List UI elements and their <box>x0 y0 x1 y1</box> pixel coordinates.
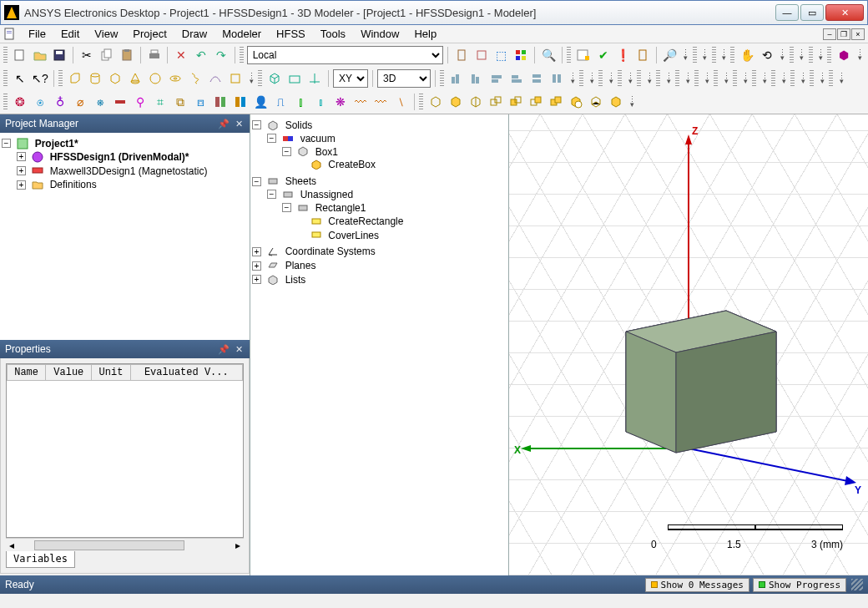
toolbar-grip[interactable] <box>752 70 756 87</box>
design-icon[interactable]: ⧈ <box>191 93 209 111</box>
toolbar-grip[interactable] <box>693 47 697 63</box>
design-icon[interactable]: ❂ <box>11 93 29 111</box>
design-icon[interactable]: ⌀ <box>71 93 89 111</box>
redo-icon[interactable]: ↷ <box>212 46 230 64</box>
menu-edit[interactable]: Edit <box>54 26 86 42</box>
toolbar-grip[interactable] <box>598 70 603 87</box>
overflow-icon[interactable]: ⋮▾ <box>798 73 808 84</box>
show-progress-button[interactable]: Show Progress <box>753 578 846 592</box>
menu-hfss[interactable]: HFSS <box>270 26 312 42</box>
copy-icon[interactable] <box>98 46 116 64</box>
open-icon[interactable] <box>31 46 49 64</box>
pan-icon[interactable]: ✋ <box>738 46 756 64</box>
tree-item-definitions[interactable]: + Definitions <box>17 177 248 191</box>
boolean-icon[interactable] <box>587 93 605 111</box>
overflow-icon[interactable]: ⋮▾ <box>625 73 635 84</box>
toolbar-grip[interactable] <box>827 47 831 63</box>
toolbar-grip[interactable] <box>579 70 583 87</box>
design-icon[interactable]: ⫿ <box>291 93 310 111</box>
align-icon[interactable] <box>447 69 466 88</box>
menu-project[interactable]: Project <box>126 26 173 42</box>
overflow-icon[interactable]: ⋮▾ <box>568 73 578 84</box>
tree-item-vacuum[interactable]: − vacuum − Box1 Creat <box>267 131 507 173</box>
close-panel-icon[interactable]: ✕ <box>233 343 245 355</box>
model-tree[interactable]: − Solids − vacuum − Box1 <box>250 114 509 575</box>
tree-item-hfss[interactable]: + HFSSDesign1 (DrivenModal)* <box>17 149 248 164</box>
tree-item-box1[interactable]: − Box1 CreateBox <box>282 144 507 173</box>
check-icon[interactable]: ✔ <box>594 46 613 64</box>
draw-helix-icon[interactable] <box>186 69 204 88</box>
tool-icon[interactable] <box>226 69 245 88</box>
toolbar-grip[interactable] <box>3 94 8 110</box>
boolean-unite-icon[interactable] <box>426 93 445 111</box>
boolean-intersect-icon[interactable] <box>467 93 485 111</box>
overflow-icon[interactable]: ⋮▾ <box>719 50 729 60</box>
collapse-icon[interactable]: − <box>282 147 291 156</box>
design-icon[interactable]: ❋ <box>331 93 350 111</box>
align-icon[interactable] <box>467 69 486 88</box>
properties-table[interactable]: Name Value Unit Evaluated V... <box>6 363 244 538</box>
menu-view[interactable]: View <box>88 26 124 42</box>
viewport-3d[interactable]: Z X Y 0 1.5 3 (mm) <box>509 114 868 575</box>
box-object[interactable] <box>626 311 776 453</box>
expand-icon[interactable]: + <box>17 180 26 190</box>
toolbar-grip[interactable] <box>440 70 444 87</box>
toolbar-grip[interactable] <box>618 70 622 87</box>
design-icon[interactable]: ⚲ <box>131 93 149 111</box>
tool-icon[interactable] <box>285 69 304 88</box>
tree-item-solids[interactable]: − Solids − vacuum − Box1 <box>252 118 507 174</box>
design-icon[interactable]: ⎈ <box>91 93 109 111</box>
overflow-icon[interactable]: ⋮▾ <box>702 73 712 84</box>
align-icon[interactable] <box>527 69 546 88</box>
tree-item-project[interactable]: − Project1* + HFSSDesign1 (DrivenModal)*… <box>2 136 248 192</box>
show-messages-button[interactable]: Show 0 Messages <box>645 578 749 592</box>
overflow-icon[interactable]: ⋮▾ <box>664 73 674 84</box>
menu-draw[interactable]: Draw <box>175 26 214 42</box>
overflow-icon[interactable]: ⋮▾ <box>817 73 827 84</box>
print-icon[interactable] <box>145 46 164 64</box>
overflow-icon[interactable]: ⋮▾ <box>760 73 770 84</box>
design-icon[interactable]: 〰 <box>351 93 370 111</box>
menu-help[interactable]: Help <box>407 26 443 42</box>
toolbar-grip[interactable] <box>771 70 775 87</box>
toolbar-grip[interactable] <box>567 47 571 63</box>
scroll-left-icon[interactable]: ◂ <box>6 540 18 551</box>
overflow-icon[interactable]: ⋮▾ <box>855 50 865 60</box>
close-panel-icon[interactable]: ✕ <box>233 118 245 129</box>
minimize-button[interactable]: — <box>775 4 799 21</box>
maximize-button[interactable]: ▭ <box>800 4 824 21</box>
boolean-icon[interactable] <box>507 93 525 111</box>
draw-cone-icon[interactable] <box>126 69 144 88</box>
tree-item-coordsys[interactable]: + Coordinate Systems <box>252 244 507 258</box>
toolbar-grip[interactable] <box>3 70 8 87</box>
toolbar-grip[interactable] <box>829 70 833 87</box>
mdi-minimize-button[interactable]: – <box>823 28 836 40</box>
boolean-icon[interactable] <box>547 93 565 111</box>
toolbar-grip[interactable] <box>675 70 679 87</box>
design-icon[interactable] <box>111 93 129 111</box>
coord-system-dropdown[interactable]: Local <box>247 46 443 64</box>
boolean-icon[interactable] <box>527 93 545 111</box>
tool-icon[interactable] <box>472 46 491 64</box>
design-icon[interactable]: 👤 <box>251 93 270 111</box>
overflow-icon[interactable]: ⋮▾ <box>797 50 807 60</box>
menu-modeler[interactable]: Modeler <box>215 26 268 42</box>
scroll-right-icon[interactable]: ▸ <box>232 540 244 551</box>
zoom-icon[interactable]: 🔎 <box>661 46 679 64</box>
validate-icon[interactable] <box>574 46 593 64</box>
design-icon[interactable]: ⫾ <box>311 93 330 111</box>
tree-item-lists[interactable]: + Lists <box>252 272 507 286</box>
tree-item-planes[interactable]: + Planes <box>252 258 507 272</box>
design-icon[interactable]: ⍟ <box>31 93 49 111</box>
new-icon[interactable] <box>11 46 29 64</box>
menu-file[interactable]: File <box>22 26 53 42</box>
collapse-icon[interactable]: − <box>2 139 11 148</box>
design-icon[interactable] <box>231 93 250 111</box>
col-evaluated[interactable]: Evaluated V... <box>130 365 242 381</box>
draw-torus-icon[interactable] <box>166 69 184 88</box>
close-button[interactable]: ✕ <box>825 4 864 21</box>
overflow-icon[interactable]: ⋮▾ <box>627 97 637 107</box>
design-icon[interactable]: ⧉ <box>171 93 189 111</box>
select-icon[interactable]: ↖ <box>11 69 29 88</box>
overflow-icon[interactable]: ⋮▾ <box>246 73 256 84</box>
